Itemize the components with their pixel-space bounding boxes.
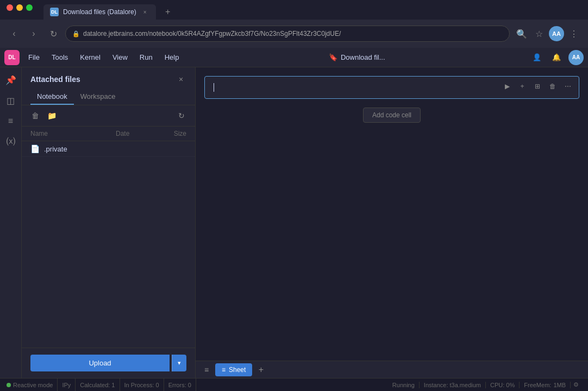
share-button[interactable]: 👤 — [529, 50, 545, 65]
status-in-process: In Process: 0 — [120, 379, 164, 391]
tab-title: Download files (Datalore) — [63, 8, 136, 16]
status-errors-label: Errors: 0 — [168, 382, 191, 388]
panel-toolbar: 🗑 📁 ↻ — [22, 105, 195, 127]
status-cpu-label: CPU: 0% — [490, 382, 515, 388]
sheet-tab-active[interactable]: ≡ Sheet — [215, 363, 252, 376]
status-cpu: CPU: 0% — [486, 382, 520, 388]
refresh-tool-button[interactable]: ↻ — [174, 109, 189, 123]
file-list: 📄 .private — [22, 141, 195, 348]
menu-tools[interactable]: Tools — [46, 51, 73, 64]
delete-tool-button[interactable]: 🗑 — [28, 109, 42, 123]
file-item[interactable]: 📄 .private — [22, 141, 195, 157]
app-logo: DL — [4, 50, 20, 65]
upload-dropdown-button[interactable]: ▾ — [172, 355, 186, 371]
menu-run[interactable]: Run — [134, 51, 158, 64]
sidebar-icons: 📌 ◫ ≡ ⒳ — [0, 67, 22, 378]
menu-file[interactable]: File — [23, 51, 45, 64]
tab-workspace[interactable]: Workspace — [74, 89, 122, 105]
file-item-icon: 📄 — [30, 144, 40, 153]
file-item-name: .private — [44, 145, 116, 153]
cell-run-button[interactable]: ▶ — [501, 80, 514, 93]
refresh-button[interactable]: ↻ — [46, 26, 61, 41]
sidebar-icon-pin[interactable]: 📌 — [3, 72, 19, 88]
file-panel-close-button[interactable]: × — [176, 74, 186, 85]
browser-tab-active[interactable]: DL Download files (Datalore) × — [43, 4, 156, 20]
sidebar-icon-layers[interactable]: ◫ — [3, 92, 19, 109]
menu-help[interactable]: Help — [159, 51, 185, 64]
notebook-content: ▶ + ⊞ 🗑 ⋯ Add code cell — [196, 67, 588, 361]
notebook-title-container: 🔖 Download fil... — [329, 53, 385, 61]
text-cursor — [214, 83, 214, 92]
cell-toolbar: ▶ + ⊞ 🗑 ⋯ — [501, 80, 574, 93]
add-sheet-button[interactable]: + — [254, 363, 267, 376]
url-text: datalore.jetbrains.com/notebook/0k5R4AZg… — [83, 30, 503, 37]
sheet-menu-icon[interactable]: ≡ — [200, 363, 213, 376]
forward-button[interactable]: › — [26, 26, 41, 41]
code-cell[interactable]: ▶ + ⊞ 🗑 ⋯ — [204, 76, 579, 99]
sheet-menu-icon-inline: ≡ — [222, 366, 226, 374]
notebook-area: ▶ + ⊞ 🗑 ⋯ Add code cell — [196, 67, 588, 378]
back-button[interactable]: ‹ — [7, 26, 22, 41]
cell-more-button[interactable]: ⋯ — [561, 80, 574, 93]
status-errors: Errors: 0 — [164, 379, 196, 391]
traffic-light-close[interactable] — [7, 4, 13, 11]
notebook-title-text: Download fil... — [341, 53, 385, 61]
cell-add-button[interactable]: + — [516, 80, 529, 93]
status-right: Running Instance: t3a.medium CPU: 0% Fre… — [392, 380, 581, 390]
col-header-name: Name — [30, 130, 116, 137]
status-instance-label: Instance: t3a.medium — [424, 382, 481, 388]
cell-delete-button[interactable]: 🗑 — [546, 80, 559, 93]
status-calculated-label: Calculated: 1 — [80, 382, 115, 388]
tab-close-button[interactable]: × — [141, 8, 149, 16]
new-tab-button[interactable]: + — [160, 4, 176, 20]
bell-button[interactable]: 🔔 — [549, 50, 564, 65]
status-freemem-label: FreeMem: — [524, 382, 551, 388]
status-dot-green — [7, 383, 11, 387]
status-instance: Instance: t3a.medium — [420, 382, 486, 388]
sheet-tabs-bar: ≡ ≡ Sheet + — [196, 361, 588, 378]
status-bar: Reactive mode IPy Calculated: 1 In Proce… — [0, 378, 588, 391]
status-reactive-mode: Reactive mode — [7, 379, 58, 391]
panel-tabs: Notebook Workspace — [22, 89, 195, 105]
status-ipy: IPy — [58, 379, 76, 391]
sidebar-icon-variable[interactable]: ⒳ — [3, 134, 19, 150]
file-list-header: Name Date Size — [22, 127, 195, 141]
menu-view[interactable]: View — [107, 51, 133, 64]
app-menu-bar: DL File Tools Kernel View Run Help 🔖 Dow… — [0, 48, 588, 67]
upload-button[interactable]: Upload — [30, 355, 170, 371]
status-in-process-label: In Process: 0 — [124, 382, 159, 388]
sidebar-icon-list[interactable]: ≡ — [3, 113, 19, 129]
folder-tool-button[interactable]: 📁 — [45, 109, 59, 123]
tab-notebook[interactable]: Notebook — [30, 89, 74, 105]
file-panel-title: Attached files — [30, 75, 80, 84]
user-avatar[interactable]: AA — [568, 50, 584, 65]
menu-kernel[interactable]: Kernel — [74, 51, 106, 64]
status-running: Running — [392, 382, 420, 388]
tab-favicon: DL — [50, 8, 59, 16]
panel-footer: Upload ▾ — [22, 348, 195, 378]
col-header-size: Size — [159, 130, 186, 137]
status-calculated: Calculated: 1 — [76, 379, 120, 391]
traffic-light-minimize[interactable] — [16, 4, 23, 11]
traffic-light-fullscreen[interactable] — [26, 4, 33, 11]
sheet-tab-label: Sheet — [229, 366, 246, 374]
address-bar[interactable]: 🔒 datalore.jetbrains.com/notebook/0k5R4A… — [65, 26, 510, 42]
col-header-date: Date — [116, 130, 159, 137]
notebook-bookmark-icon: 🔖 — [329, 53, 337, 61]
status-freemem-val: 1MB — [553, 382, 566, 388]
lock-icon: 🔒 — [72, 30, 80, 37]
file-panel: Attached files × Notebook Workspace 🗑 📁 … — [22, 67, 196, 378]
search-button[interactable]: 🔍 — [514, 26, 529, 41]
status-freemem: FreeMem: 1MB — [520, 382, 571, 388]
status-running-label: Running — [392, 382, 415, 388]
add-cell-container: Add code cell — [204, 108, 579, 123]
bookmark-button[interactable]: ☆ — [531, 26, 547, 41]
status-settings-button[interactable]: ⚙ — [571, 380, 581, 390]
add-code-cell-button[interactable]: Add code cell — [363, 108, 421, 123]
browser-menu-button[interactable]: ⋮ — [566, 26, 581, 41]
cell-split-button[interactable]: ⊞ — [531, 80, 544, 93]
browser-profile[interactable]: AA — [549, 26, 564, 41]
status-reactive-label: Reactive mode — [13, 382, 53, 388]
status-ipy-label: IPy — [62, 382, 71, 388]
